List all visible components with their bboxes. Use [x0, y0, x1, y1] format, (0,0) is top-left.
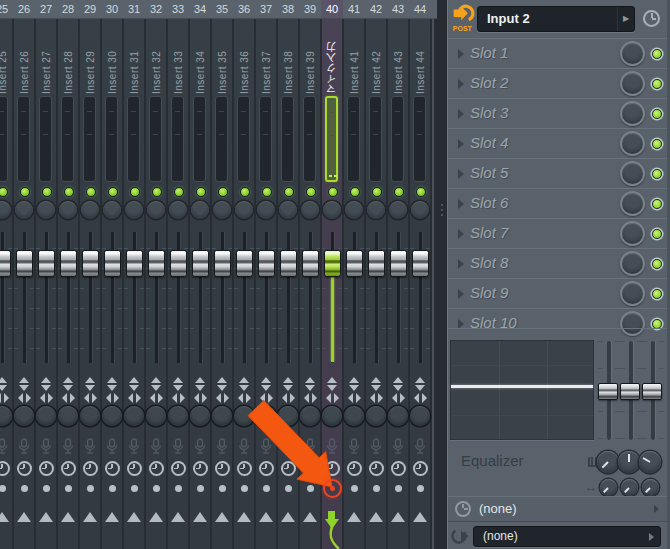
mic-icon[interactable]: [61, 438, 75, 458]
plugin-delay-clock-icon[interactable]: [193, 461, 208, 476]
plugin-delay-clock-icon[interactable]: [105, 461, 120, 476]
slot-label[interactable]: Slot 7: [470, 224, 508, 241]
slot-expand-arrow-icon[interactable]: [458, 229, 464, 239]
channel-name-label[interactable]: Insert 33: [173, 24, 184, 94]
pan-knob[interactable]: [256, 406, 276, 426]
eq-band-fader-mid[interactable]: [620, 341, 642, 440]
pan-arrows-icon[interactable]: [172, 393, 185, 403]
plugin-delay-clock-icon[interactable]: [171, 461, 186, 476]
volume-fader[interactable]: [214, 250, 231, 277]
pan-arrows-icon[interactable]: [370, 393, 383, 403]
pan-knob[interactable]: [300, 406, 320, 426]
routing-arrow[interactable]: [391, 512, 405, 522]
stereo-separation-knob[interactable]: [389, 201, 407, 219]
pan-arrows-icon[interactable]: [150, 393, 163, 403]
volume-fader[interactable]: [60, 250, 77, 277]
record-arm-button[interactable]: [241, 485, 248, 492]
routing-arrow[interactable]: [193, 512, 207, 522]
pan-arrows-icon[interactable]: [392, 393, 405, 403]
eq-band-fader-low[interactable]: [598, 341, 620, 440]
stereo-arrows-icon[interactable]: [239, 377, 249, 391]
stereo-arrows-icon[interactable]: [107, 377, 117, 391]
volume-fader[interactable]: [390, 250, 407, 277]
slot-mix-knob[interactable]: [620, 161, 645, 186]
routing-arrow[interactable]: [0, 512, 9, 522]
mic-icon[interactable]: [0, 438, 9, 458]
pan-arrows-icon[interactable]: [216, 393, 229, 403]
slot-label[interactable]: Slot 1: [470, 44, 508, 61]
stereo-separation-knob[interactable]: [59, 201, 77, 219]
channel-name-label[interactable]: Insert 34: [195, 24, 206, 94]
pan-knob[interactable]: [234, 406, 254, 426]
record-arm-button[interactable]: [65, 485, 72, 492]
record-arm-button[interactable]: [131, 485, 138, 492]
record-arm-button[interactable]: [153, 485, 160, 492]
volume-fader[interactable]: [104, 250, 121, 277]
slot-mix-knob[interactable]: [620, 41, 645, 66]
channel-enable-led[interactable]: [108, 187, 118, 197]
plugin-delay-clock-icon[interactable]: [281, 461, 296, 476]
routing-arrow[interactable]: [237, 512, 251, 522]
channel-name-label[interactable]: Insert 25: [0, 24, 8, 94]
mic-icon[interactable]: [281, 438, 295, 458]
mixer-channel[interactable]: 34 Insert 34: [189, 0, 211, 549]
stereo-arrows-icon[interactable]: [195, 377, 205, 391]
pan-arrows-icon[interactable]: [106, 393, 119, 403]
channel-name-label[interactable]: Insert 32: [151, 24, 162, 94]
channel-number[interactable]: 43: [387, 0, 409, 18]
channel-number[interactable]: 42: [365, 0, 387, 18]
record-arm-button[interactable]: [263, 485, 270, 492]
routing-arrow[interactable]: [149, 512, 163, 522]
routing-arrow[interactable]: [105, 512, 119, 522]
slot-expand-arrow-icon[interactable]: [458, 169, 464, 179]
channel-enable-led[interactable]: [240, 187, 250, 197]
channel-name-label[interactable]: Insert 43: [393, 24, 404, 94]
pan-arrows-icon[interactable]: [260, 393, 273, 403]
stereo-separation-knob[interactable]: [411, 201, 429, 219]
channel-name-label[interactable]: Insert 37: [261, 24, 272, 94]
automation-clock-icon[interactable]: [643, 10, 660, 27]
slot-label[interactable]: Slot 4: [470, 134, 508, 151]
pan-knob[interactable]: [58, 406, 78, 426]
volume-fader[interactable]: [192, 250, 209, 277]
channel-enable-led[interactable]: [64, 187, 74, 197]
plugin-delay-row[interactable]: (none): [448, 496, 667, 522]
channel-number[interactable]: 27: [35, 0, 57, 18]
record-arm-button[interactable]: [0, 485, 6, 492]
slot-expand-arrow-icon[interactable]: [458, 79, 464, 89]
pan-knob[interactable]: [410, 406, 430, 426]
stereo-arrows-icon[interactable]: [19, 377, 29, 391]
panel-divider[interactable]: [437, 0, 447, 549]
volume-fader[interactable]: [236, 250, 253, 277]
stereo-arrows-icon[interactable]: [371, 377, 381, 391]
routing-arrow[interactable]: [259, 512, 273, 522]
mixer-channel[interactable]: 32 Insert 32: [145, 0, 167, 549]
stereo-separation-knob[interactable]: [169, 201, 187, 219]
slot-expand-arrow-icon[interactable]: [458, 109, 464, 119]
effect-slot-row[interactable]: Slot 10: [448, 308, 667, 338]
slot-mix-knob[interactable]: [620, 281, 645, 306]
dropdown-arrow-icon[interactable]: [649, 533, 654, 541]
slot-label[interactable]: Slot 2: [470, 74, 508, 91]
mic-icon[interactable]: [325, 438, 339, 458]
mixer-scrollbar[interactable]: [432, 18, 434, 549]
eq-band-fader-high[interactable]: [642, 341, 664, 440]
channel-number[interactable]: 35: [211, 0, 233, 18]
mixer-channel[interactable]: 29 Insert 29: [79, 0, 101, 549]
mixer-channel[interactable]: 39 Insert 39: [299, 0, 321, 549]
channel-name-label[interactable]: Insert 35: [217, 24, 228, 94]
mic-icon[interactable]: [17, 438, 31, 458]
routing-arrow[interactable]: [39, 512, 53, 522]
plugin-delay-clock-icon[interactable]: [259, 461, 274, 476]
eq-display[interactable]: [450, 340, 594, 440]
channel-enable-led[interactable]: [328, 187, 338, 197]
effect-slot-row[interactable]: Slot 1: [448, 38, 667, 68]
stereo-arrows-icon[interactable]: [151, 377, 161, 391]
slot-expand-arrow-icon[interactable]: [458, 139, 464, 149]
channel-enable-led[interactable]: [394, 187, 404, 197]
slot-label[interactable]: Slot 8: [470, 254, 508, 271]
record-arm-button[interactable]: [417, 485, 424, 492]
stereo-arrows-icon[interactable]: [63, 377, 73, 391]
stereo-arrows-icon[interactable]: [173, 377, 183, 391]
record-arm-button[interactable]: [219, 485, 226, 492]
